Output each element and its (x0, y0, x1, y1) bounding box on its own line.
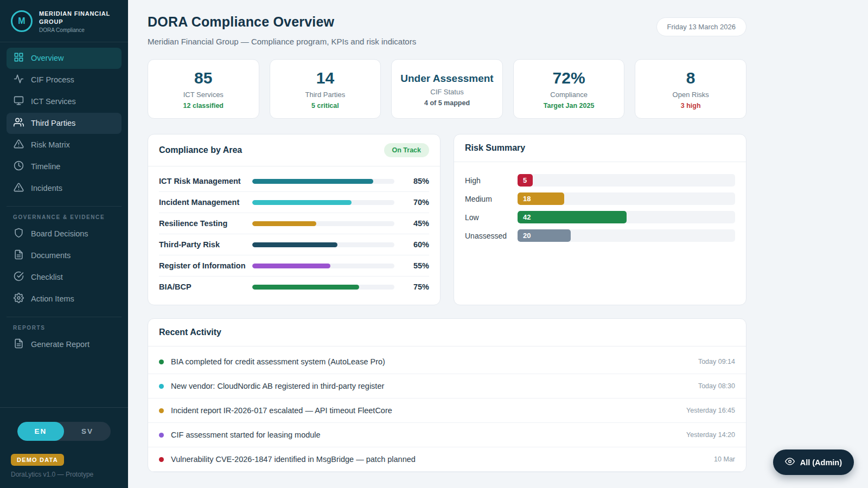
sidebar-item-documents[interactable]: Documents (7, 245, 122, 266)
activity-text: Incident report IR-2026-017 escalated — … (171, 406, 392, 415)
activity-icon (14, 74, 24, 86)
panel-header: Recent Activity (148, 319, 746, 346)
kpi-label: Open Risks (673, 91, 709, 99)
kpi-value: Under Assessment (400, 71, 493, 85)
compliance-label: Resilience Testing (159, 219, 252, 228)
sidebar-nav: Overview CIF Process ICT Services Third … (0, 42, 128, 200)
brand-subtitle: DORA Compliance (39, 27, 117, 33)
view-as-admin-button[interactable]: All (Admin) (773, 450, 854, 475)
view-as-label: All (Admin) (800, 458, 842, 467)
monitor-icon (14, 95, 24, 107)
sidebar-item-label: Risk Matrix (31, 140, 70, 149)
compliance-row: BIA/BCP 75% (159, 277, 429, 297)
kpi-value: 72% (553, 69, 585, 87)
sidebar-item-ict-services[interactable]: ICT Services (7, 91, 122, 112)
date-chip: Friday 13 March 2026 (656, 17, 746, 36)
kpi-row: 85 ICT Services 12 classified 14 Third P… (148, 59, 746, 119)
compliance-label: ICT Risk Management (159, 177, 252, 185)
section-label-governance: GOVERNANCE & EVIDENCE (13, 214, 115, 220)
sidebar-item-label: Action Items (31, 294, 74, 303)
risk-fill: 20 (518, 229, 571, 242)
activity-text: New vendor: CloudNordic AB registered in… (171, 382, 384, 390)
risk-row: Medium 18 (465, 192, 735, 205)
compliance-row: Resilience Testing 45% (159, 213, 429, 234)
language-option-sv[interactable]: SV (64, 422, 111, 441)
sidebar-item-timeline[interactable]: Timeline (7, 156, 122, 177)
language-option-en[interactable]: EN (17, 422, 64, 441)
progress-track (252, 179, 394, 184)
kpi-card-third-parties: 14 Third Parties 5 critical (270, 59, 381, 119)
sidebar-item-label: Board Decisions (31, 229, 88, 238)
sidebar-divider (7, 206, 122, 207)
sidebar-item-incidents[interactable]: Incidents (7, 178, 122, 199)
activity-timestamp: Today 09:14 (698, 358, 735, 365)
compliance-percent: 60% (406, 240, 429, 249)
sidebar-nav-reports: Generate Report (0, 334, 128, 356)
activity-timestamp: Today 08:30 (698, 382, 735, 390)
activity-item: CIF assessment started for leasing modul… (148, 423, 746, 447)
page-title: DORA Compliance Overview (148, 14, 416, 30)
sidebar-item-label: ICT Services (31, 97, 76, 106)
sidebar-item-action-items[interactable]: Action Items (7, 288, 122, 310)
sidebar-item-third-parties[interactable]: Third Parties (7, 113, 122, 134)
activity-text: BIA completed for credit assessment syst… (171, 357, 385, 366)
gear-icon (14, 293, 24, 305)
kpi-card-compliance: 72% Compliance Target Jan 2025 (513, 59, 625, 119)
progress-track (252, 264, 394, 268)
sidebar-item-generate-report[interactable]: Generate Report (7, 334, 122, 355)
progress-fill (252, 221, 316, 226)
compliance-bars: ICT Risk Management 85% Incident Managem… (148, 166, 440, 305)
sidebar-item-checklist[interactable]: Checklist (7, 267, 122, 288)
check-circle-icon (14, 271, 24, 283)
sidebar-item-board-decisions[interactable]: Board Decisions (7, 223, 122, 245)
shield-icon (14, 228, 24, 240)
progress-fill (252, 264, 330, 268)
activity-item: BIA completed for credit assessment syst… (148, 350, 746, 374)
activity-dot (159, 457, 164, 462)
kpi-label: Compliance (550, 91, 588, 99)
activity-item: Vulnerability CVE-2026-1847 identified i… (148, 447, 746, 472)
kpi-sub: 12 classified (183, 102, 224, 110)
compliance-percent: 70% (406, 198, 429, 207)
kpi-label: CIF Status (430, 88, 463, 96)
main-content: DORA Compliance Overview Meridian Financ… (128, 0, 868, 472)
language-toggle[interactable]: EN SV (17, 422, 111, 441)
risk-track: 42 (518, 211, 735, 223)
sidebar-item-label: Overview (31, 54, 63, 62)
risk-track: 18 (518, 192, 735, 205)
risk-row: Low 42 (465, 211, 735, 223)
sidebar-item-risk-matrix[interactable]: Risk Matrix (7, 134, 122, 156)
sidebar-item-label: Timeline (31, 162, 60, 171)
kpi-card-cif-status: Under Assessment CIF Status 4 of 5 mappe… (391, 59, 503, 119)
compliance-row: ICT Risk Management 85% (159, 171, 429, 192)
activity-dot (159, 433, 164, 438)
compliance-percent: 45% (406, 219, 429, 228)
kpi-value: 14 (316, 69, 334, 87)
grid-icon (14, 52, 24, 64)
sidebar-item-label: CIF Process (31, 75, 74, 84)
activity-timestamp: 10 Mar (714, 455, 735, 463)
risk-label: Medium (465, 195, 518, 203)
panel-title: Risk Summary (465, 143, 525, 153)
compliance-by-area-panel: Compliance by Area On Track ICT Risk Man… (148, 134, 441, 305)
panel-title: Recent Activity (159, 328, 221, 337)
activity-item: Incident report IR-2026-017 escalated — … (148, 399, 746, 423)
risk-row: Unassessed 20 (465, 229, 735, 242)
compliance-percent: 85% (406, 177, 429, 185)
brand-name: MERIDIAN FINANCIAL GROUP (39, 10, 117, 26)
kpi-value: 8 (686, 69, 695, 87)
activity-dot (159, 384, 164, 389)
activity-text: Vulnerability CVE-2026-1847 identified i… (171, 455, 416, 464)
activity-list: BIA completed for credit assessment syst… (148, 346, 746, 472)
progress-fill (252, 285, 359, 290)
risk-row: High 5 (465, 174, 735, 187)
progress-track (252, 242, 394, 247)
sidebar: M MERIDIAN FINANCIAL GROUP DORA Complian… (0, 0, 128, 488)
progress-track (252, 285, 394, 290)
sidebar-item-label: Incidents (31, 184, 62, 192)
sidebar-item-cif-process[interactable]: CIF Process (7, 69, 122, 91)
progress-fill (252, 200, 352, 205)
recent-activity-panel: Recent Activity BIA completed for credit… (148, 318, 746, 472)
sidebar-item-overview[interactable]: Overview (7, 48, 122, 69)
brand: M MERIDIAN FINANCIAL GROUP DORA Complian… (0, 0, 128, 42)
